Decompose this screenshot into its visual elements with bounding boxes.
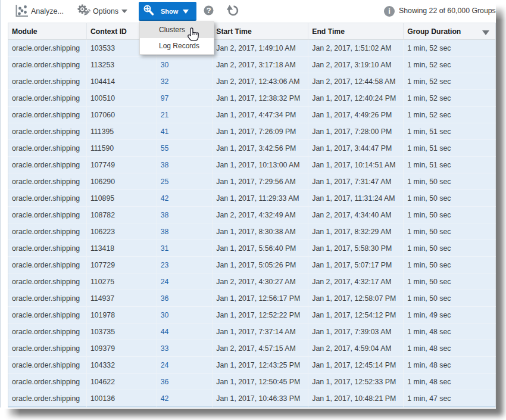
svg-text:?: ?: [206, 6, 211, 15]
